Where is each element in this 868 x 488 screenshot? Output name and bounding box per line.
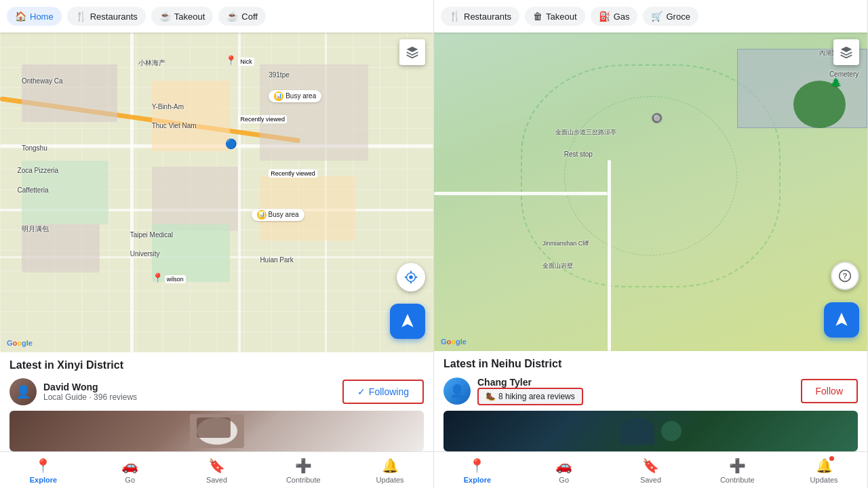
chip-restaurants[interactable]: 🍴 Restaurants [67, 7, 146, 26]
go-label-right: Go [559, 476, 569, 484]
saved-icon-right: 🔖 [642, 458, 659, 474]
left-nav-chips: 🏠 Home 🍴 Restaurants ☕ Takeout ☕ Coff [0, 0, 433, 33]
left-user-info: 👤 David Wong Local Guide · 396 reviews [9, 378, 137, 405]
following-button[interactable]: ✓ Following [342, 380, 424, 404]
check-icon: ✓ [357, 386, 366, 397]
follow-button[interactable]: Follow [801, 379, 858, 403]
chip-home[interactable]: 🏠 Home [7, 7, 62, 26]
map-label-cliff: Jinmianshan Cliff [542, 240, 589, 247]
nav-updates-left[interactable]: 🔔 Updates [370, 458, 410, 484]
following-label: Following [369, 386, 409, 397]
chip-takeout[interactable]: ☕ Takeout [151, 7, 214, 26]
map-label-ybinham: Y-Binh-Am [152, 103, 184, 110]
google-logo-left: Google [7, 339, 33, 347]
nav-contribute-right[interactable]: ➕ Contribute [717, 458, 757, 484]
google-logo-right: Google [441, 338, 467, 346]
right-bottom-content: Latest in Neihu District 👤 Chang Tyler 🥾… [434, 351, 867, 451]
map-label-mingue: 明月满包 [22, 224, 49, 234]
location-button-left[interactable] [397, 263, 425, 291]
saved-icon-left: 🔖 [208, 458, 225, 474]
map-label-391: 391tpe [269, 71, 290, 79]
map-pin-nick: 📍Nick [225, 55, 254, 66]
map-label-huian: Huian Park [260, 256, 293, 264]
map-label-xiao: 小林海产 [138, 58, 165, 68]
left-preview-image [9, 411, 424, 451]
nav-saved-left[interactable]: 🔖 Saved [196, 458, 237, 484]
chip-groce-right[interactable]: 🛒 Groce [643, 7, 698, 26]
busy-badge-2: 📊 Busy area [252, 209, 304, 221]
svg-point-0 [409, 275, 413, 279]
chip-gas-right[interactable]: ⛽ Gas [591, 7, 638, 26]
contribute-label-left: Contribute [286, 476, 321, 484]
grocery-icon-right: 🛒 [651, 11, 663, 22]
layers-button-left[interactable] [399, 39, 425, 65]
explore-icon-left: 📍 [35, 458, 52, 474]
updates-label-left: Updates [376, 476, 404, 484]
right-phone-panel: 🍴 Restaurants 🗑 Takeout ⛽ Gas 🛒 Groce [434, 0, 868, 488]
map-label-reststop: Rest stop [564, 150, 593, 158]
nav-explore-right[interactable]: 📍 Explore [457, 458, 498, 484]
saved-label-left: Saved [206, 476, 227, 484]
go-icon-left: 🚗 [121, 458, 138, 474]
right-user-avatar: 👤 [443, 378, 471, 405]
left-phone-panel: 🏠 Home 🍴 Restaurants ☕ Takeout ☕ Coff [0, 0, 434, 488]
coffee-icon: ☕ [226, 11, 238, 22]
left-district-title: Latest in Xinyi District [9, 359, 424, 371]
restaurants-icon: 🍴 [75, 11, 87, 22]
contribute-icon-left: ➕ [295, 458, 312, 474]
left-map[interactable]: Zoca Pizzeria Caffetteria Taipei Medical… [0, 33, 433, 352]
right-preview-image [443, 411, 858, 451]
help-button-right[interactable]: ? [831, 262, 859, 290]
map-pin-recently: Recently viewed [238, 113, 287, 123]
chip-restaurants-right[interactable]: 🍴 Restaurants [441, 7, 519, 26]
left-user-sub: Local Guide · 396 reviews [43, 392, 137, 402]
takeout-icon: ☕ [159, 11, 171, 22]
updates-icon-left: 🔔 [382, 458, 399, 474]
explore-label-left: Explore [30, 476, 57, 484]
map-label-pizzeria: Zoca Pizzeria [18, 167, 59, 174]
map-label-caffetteria: Caffetteria [18, 186, 49, 194]
left-user-card: 👤 David Wong Local Guide · 396 reviews ✓… [9, 378, 424, 405]
nav-go-left[interactable]: 🚗 Go [110, 458, 151, 484]
gas-icon-right: ⛽ [599, 11, 610, 22]
nav-go-right[interactable]: 🚗 Go [544, 458, 585, 484]
busy-badge-1: 📊 Busy area [269, 90, 321, 102]
updates-icon-right: 🔔 [816, 458, 833, 474]
updates-label-right: Updates [810, 476, 838, 484]
right-user-name: Chang Tyler [477, 377, 583, 388]
nav-explore-left[interactable]: 📍 Explore [23, 458, 64, 484]
map-pin-wilson: 📍wilson [152, 272, 186, 283]
takeout-icon-right: 🗑 [533, 11, 542, 22]
explore-label-right: Explore [464, 476, 491, 484]
right-nav-chips: 🍴 Restaurants 🗑 Takeout ⛽ Gas 🛒 Groce [434, 0, 867, 33]
map-label-ontheway: Ontheway Ca [22, 77, 63, 85]
left-user-details: David Wong Local Guide · 396 reviews [43, 382, 137, 402]
notification-dot [829, 456, 834, 461]
map-label-cliff-cn: 金面山岩壁 [542, 262, 573, 270]
svg-text:?: ? [842, 271, 847, 280]
chip-takeout-right[interactable]: 🗑 Takeout [525, 7, 585, 26]
navigate-button-left[interactable] [390, 304, 425, 339]
layers-button-right[interactable] [833, 39, 859, 65]
nav-contribute-left[interactable]: ➕ Contribute [283, 458, 323, 484]
map-pin-gray: 🔘 [651, 113, 663, 123]
go-icon-right: 🚗 [555, 458, 572, 474]
right-user-info: 👤 Chang Tyler 🥾 8 hiking area reviews [443, 377, 583, 405]
right-user-details: Chang Tyler 🥾 8 hiking area reviews [477, 377, 583, 405]
map-pin-blue: 🔵 [225, 138, 237, 149]
nav-updates-right[interactable]: 🔔 Updates [804, 458, 844, 484]
left-bottom-content: Latest in Xinyi District 👤 David Wong Lo… [0, 352, 433, 451]
home-icon: 🏠 [15, 11, 26, 22]
map-label-trail: 金面山步道三岔路涼亭 [555, 128, 616, 137]
left-user-avatar: 👤 [9, 378, 37, 405]
map-label-tmu: Taipei Medical [130, 231, 173, 239]
hiking-reviews-label: 8 hiking area reviews [498, 392, 575, 401]
nav-saved-right[interactable]: 🔖 Saved [630, 458, 671, 484]
right-district-title: Latest in Neihu District [443, 358, 858, 370]
navigate-button-right[interactable] [824, 302, 859, 338]
chip-coffee[interactable]: ☕ Coff [218, 7, 266, 26]
hike-icon: 🥾 [486, 392, 496, 401]
contribute-label-right: Contribute [720, 476, 755, 484]
restaurants-icon-right: 🍴 [449, 11, 460, 22]
right-map[interactable]: 金面山步道三岔路涼亭 Rest stop Jinmianshan Cliff 金… [434, 33, 867, 351]
